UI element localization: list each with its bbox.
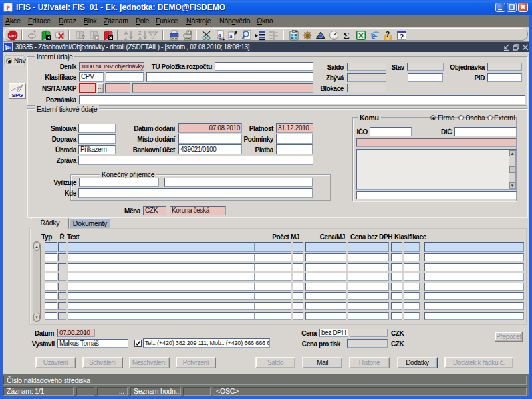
- svg-text:?: ?: [82, 34, 85, 40]
- svg-text:EXIT: EXIT: [9, 34, 16, 38]
- svg-text:?: ?: [400, 33, 404, 41]
- svg-text:A: A: [124, 31, 128, 35]
- svg-text:Σ: Σ: [343, 31, 350, 41]
- svg-text:a: a: [218, 31, 221, 38]
- svg-text:?: ?: [386, 30, 390, 38]
- svg-text:Z: Z: [124, 36, 128, 41]
- svg-text:a: a: [229, 33, 233, 39]
- svg-text:Z: Z: [138, 31, 142, 35]
- svg-text:A: A: [138, 36, 142, 41]
